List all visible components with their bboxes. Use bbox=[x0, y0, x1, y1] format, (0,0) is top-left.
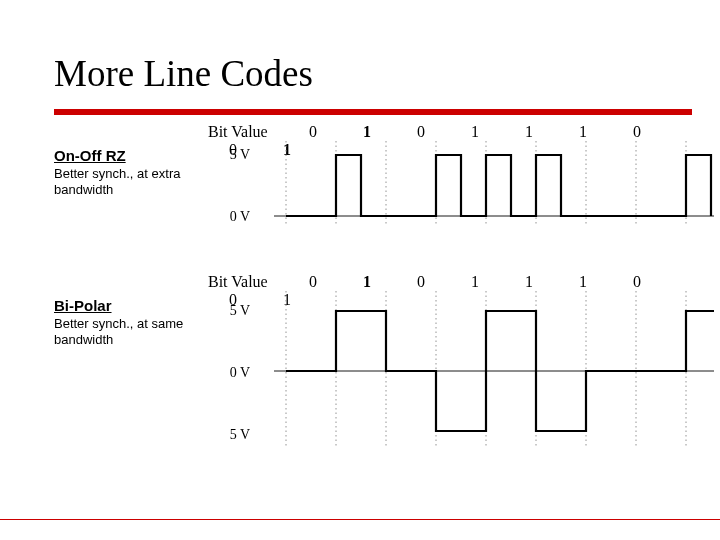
bp-waveform bbox=[254, 291, 720, 471]
rz-hi-label: 5 V bbox=[210, 147, 250, 163]
rz-name: On-Off RZ bbox=[54, 147, 198, 164]
bp-lo-label: 5 V bbox=[210, 427, 250, 443]
bp-desc: Better synch., at same bandwidth bbox=[54, 316, 198, 347]
bp-zero-label: 0 V bbox=[210, 365, 250, 381]
bit-value-label: Bit Value bbox=[208, 123, 284, 141]
bp-name: Bi-Polar bbox=[54, 297, 198, 314]
rz-lo-label: 0 V bbox=[210, 209, 250, 225]
rz-waveform bbox=[254, 141, 720, 251]
footer-rule bbox=[0, 518, 720, 520]
section-rz: Bit Value 0 1 0 1 1 1 0 0 1 On-Off RZ Be… bbox=[54, 123, 692, 273]
bit-value-label: Bit Value bbox=[208, 273, 284, 291]
title-rule bbox=[54, 109, 692, 115]
bp-hi-label: 5 V bbox=[210, 303, 250, 319]
section-bipolar: Bit Value 0 1 0 1 1 1 0 0 1 Bi-Polar Bet… bbox=[54, 273, 692, 483]
rz-desc: Better synch., at extra bandwidth bbox=[54, 166, 198, 197]
slide-title: More Line Codes bbox=[54, 52, 692, 95]
